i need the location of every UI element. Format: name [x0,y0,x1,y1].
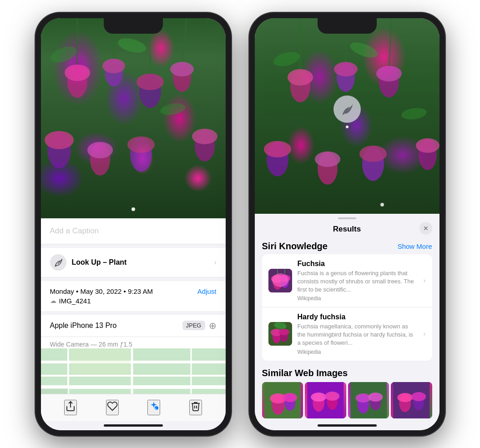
svg-point-52 [348,39,379,60]
lookup-row[interactable]: Look Up – Plant › [41,248,226,277]
date-text: Monday • May 30, 2022 • 9:23 AM [50,287,153,295]
hardy-thumb-img [268,322,292,346]
results-panel: Results ✕ Siri Knowledge Show More [255,214,440,430]
adjust-button[interactable]: Adjust [197,287,217,295]
date-row: Monday • May 30, 2022 • 9:23 AM Adjust ☁… [41,281,226,311]
home-indicator-1 [104,424,163,427]
svg-point-57 [281,275,289,288]
siri-visual-search[interactable] [333,96,361,123]
format-badge: JPEG [182,321,205,330]
similar-image-3[interactable] [348,382,389,418]
phone-1-screen: Add a Caption Look Up – Plant › [41,18,226,430]
knowledge-item-fuchsia[interactable]: Fuchsia Fuchsia is a genus of flowering … [262,254,432,308]
hardy-name: Hardy fuchsia [298,313,418,321]
photo-area-1[interactable] [41,18,226,218]
svg-rect-30 [41,388,68,394]
svg-point-51 [272,49,301,69]
svg-point-13 [45,131,74,149]
fuchsia-source: Wikipedia [298,295,418,302]
lookup-rest: – Plant [101,258,127,266]
siri-knowledge-section: Siri Knowledge Show More [255,237,440,364]
similar-image-2[interactable] [305,382,346,418]
caption-area[interactable]: Add a Caption [41,218,226,244]
svg-point-73 [283,393,297,402]
svg-point-21 [116,35,147,55]
hardy-thumb [268,322,292,346]
notch-2 [318,18,377,34]
knowledge-item-hardy[interactable]: Hardy fuchsia Fuchsia magellanica, commo… [262,307,432,361]
map-area[interactable] [41,348,226,394]
svg-point-78 [325,392,339,401]
results-header: Results ✕ [255,219,440,237]
map-svg [41,348,226,394]
flower-overlay [41,18,226,218]
fuchsia-name: Fuchsia [298,260,418,268]
photo-area-2[interactable] [255,18,440,214]
device-name: Apple iPhone 13 Pro [50,322,117,330]
svg-point-56 [271,275,284,283]
show-more-button[interactable]: Show More [398,242,432,250]
badges: JPEG ⊕ [182,320,217,331]
info-area-1: Add a Caption Look Up – Plant › [41,218,226,430]
hardy-info: Hardy fuchsia Fuchsia magellanica, commo… [298,313,418,355]
svg-point-15 [87,142,113,158]
svg-point-20 [48,43,79,65]
photo-dot-2 [380,203,384,206]
svg-point-17 [127,136,155,153]
date-line: Monday • May 30, 2022 • 9:23 AM Adjust [50,287,217,295]
share-button[interactable] [64,400,77,415]
fuchsia-info: Fuchsia Fuchsia is a genus of flowering … [298,260,418,302]
svg-point-55 [273,275,282,290]
gear-icon[interactable]: ⊕ [209,320,217,331]
fuchsia-desc: Fuchsia is a genus of flowering plants t… [298,269,418,294]
svg-point-40 [334,62,358,76]
svg-point-22 [159,101,186,116]
phone2-content: Results ✕ Siri Knowledge Show More [255,18,440,430]
svg-point-58 [279,275,290,282]
info-button[interactable]: i [147,400,160,415]
similar-title: Similar Web Images [262,368,432,378]
svg-point-46 [315,151,340,167]
svg-point-9 [136,74,164,90]
phone1-content: Add a Caption Look Up – Plant › [41,18,226,430]
lookup-label: Look Up – Plant [72,258,127,267]
wide-camera-text: Wide Camera — 26 mm ƒ1.5 [50,341,217,348]
svg-point-48 [359,146,387,162]
favorite-button[interactable] [106,400,119,415]
device-row: Apple iPhone 13 Pro JPEG ⊕ [41,315,226,337]
fuchsia-thumbnail [268,269,292,292]
svg-point-83 [368,393,383,402]
sim3-img [348,382,389,418]
fuchsia-chevron: › [423,277,425,285]
fuchsia-thumb [268,269,292,292]
svg-point-5 [65,65,90,81]
svg-point-88 [411,392,426,401]
siri-knowledge-title: Siri Knowledge [262,241,328,252]
svg-point-86 [397,393,413,402]
filename-text: IMG_4241 [59,297,91,305]
svg-rect-74 [307,382,344,418]
cloud-icon: ☁ [50,297,56,304]
similar-image-4[interactable] [391,382,432,418]
svg-point-76 [311,393,326,402]
delete-button[interactable] [189,400,202,415]
svg-rect-84 [393,382,429,418]
leaf-icon [54,258,63,267]
svg-point-11 [170,62,194,76]
svg-point-65 [278,329,289,335]
close-icon: ✕ [423,225,429,232]
similar-image-1[interactable] [262,382,303,418]
hardy-desc: Fuchsia magellanica, commonly known as t… [298,322,418,347]
phone-2: Results ✕ Siri Knowledge Show More [249,13,445,436]
svg-point-38 [288,69,313,86]
svg-point-7 [102,59,125,73]
fuchsia-thumb-img [268,269,292,292]
svg-line-36 [389,18,391,73]
caption-placeholder[interactable]: Add a Caption [50,227,99,235]
svg-rect-31 [71,348,130,375]
notch-1 [104,18,163,34]
similar-images-grid [262,382,432,418]
sim1-img [262,382,303,418]
close-button[interactable]: ✕ [419,222,432,235]
hardy-source: Wikipedia [298,349,418,355]
